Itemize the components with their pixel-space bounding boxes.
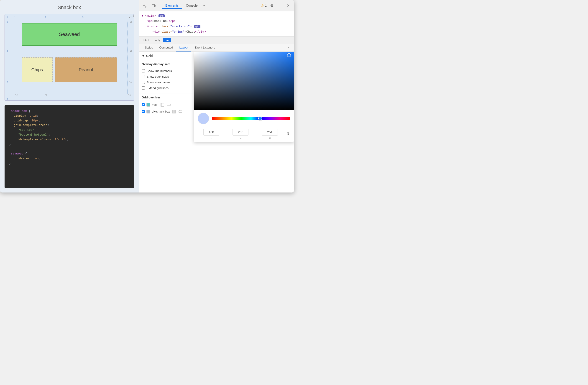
tab-console[interactable]: Console [182, 3, 201, 9]
checkbox-track-sizes-label: Show track sizes [147, 75, 169, 78]
svg-rect-4 [155, 5, 156, 7]
color-values-row: R G B ⇅ [194, 127, 294, 142]
color-input-g[interactable] [232, 129, 249, 136]
grid-overlay-main-label: main [152, 103, 158, 107]
code-line-1: .snack-box { [9, 109, 129, 114]
grid-overlay-snack-swatch[interactable] [147, 110, 150, 113]
color-picker-controls [194, 110, 294, 127]
code-line-7: grid-template-columns: 1fr 2fr; [9, 137, 129, 142]
html-tree: ▼ <main> grid <p>Snack box</p> ▼ <div cl… [139, 11, 294, 37]
checkbox-extend-lines-input[interactable] [142, 86, 145, 89]
color-picker-overlay: R G B ⇅ [194, 52, 294, 142]
color-input-r[interactable] [203, 129, 219, 136]
grid-num-left-2: 2 [7, 50, 8, 52]
checkbox-line-numbers-label: Show line numbers [147, 69, 172, 73]
checkbox-track-sizes-input[interactable] [142, 75, 145, 78]
warning-badge: ⚠ 1 [261, 3, 267, 8]
svg-rect-11 [172, 110, 176, 113]
grid-overlay-main-icon2[interactable] [167, 103, 171, 107]
sub-tab-more[interactable]: » [286, 44, 291, 51]
more-options-icon[interactable]: ⋮ [277, 2, 283, 9]
close-icon[interactable]: ✕ [285, 2, 291, 9]
color-gradient[interactable] [194, 52, 294, 110]
grid-num-left-top: 1 [7, 16, 8, 19]
grid-section-label: Grid [146, 54, 153, 58]
left-panel: Snack box 1 2 3 −1 +1 1 1 2 3 −3 −2 −1 −… [0, 0, 139, 192]
grid-num-right-neg2: −2 [129, 50, 132, 52]
page-title: Snack box [4, 4, 134, 10]
grid-num-3: 3 [82, 16, 84, 19]
sub-tab-styles[interactable]: Styles [142, 44, 156, 51]
devtools-tabs: Elements Console » [162, 3, 258, 9]
devtools-right-icons: ⚠ 1 ⚙ ⋮ ✕ [261, 2, 291, 9]
grid-overlay-main-checkbox[interactable] [142, 103, 145, 106]
color-label-r: R [210, 136, 212, 139]
grid-num-right-neg3: −3 [129, 21, 132, 23]
warning-count: 1 [265, 4, 267, 7]
sub-tabs: Styles Computed Layout Event Listeners » [139, 44, 294, 52]
hue-slider[interactable] [212, 117, 290, 120]
grid-num-bot-3: 3 [7, 98, 8, 100]
grid-overlay-main-icon1[interactable] [160, 103, 165, 107]
grid-num-bot-neg2: −2 [45, 93, 47, 96]
color-input-b[interactable] [262, 129, 278, 136]
grid-num-2: 2 [45, 16, 46, 19]
code-line-9: .seaweed { [9, 151, 129, 156]
code-line-8: } [9, 142, 129, 147]
tab-more[interactable]: » [201, 3, 207, 9]
grid-num-bot-neg3: −3 [15, 93, 18, 96]
grid-overlay-snack-checkbox[interactable] [142, 110, 145, 113]
breadcrumb-body[interactable]: body [152, 38, 162, 42]
grid-overlay-snack-icon2[interactable] [178, 109, 183, 114]
grid-num-1: 1 [14, 16, 16, 19]
code-line-11: } [9, 161, 129, 166]
breadcrumb-nav[interactable]: nav [163, 38, 171, 42]
html-tree-row-1[interactable]: ▼ <main> grid [142, 13, 291, 19]
svg-rect-3 [152, 4, 154, 7]
checkbox-area-names-label: Show area names [147, 81, 170, 84]
grid-num-neg1-tr: +1 [131, 15, 134, 17]
grid-overlay-snack-label: div.snack-box [152, 110, 170, 113]
checkbox-area-names-input[interactable] [142, 81, 145, 84]
checkbox-line-numbers-input[interactable] [142, 69, 145, 72]
grid-overlay-snack-icon1[interactable] [172, 109, 176, 114]
tab-elements[interactable]: Elements [162, 3, 182, 9]
sub-tab-event-listeners[interactable]: Event Listeners [191, 44, 218, 51]
inspector-icon[interactable] [142, 2, 148, 9]
hue-slider-thumb[interactable] [258, 116, 262, 121]
grid-overlay-main-swatch[interactable] [147, 103, 150, 107]
warning-icon: ⚠ [261, 3, 264, 8]
grid-num-left-1: 1 [7, 21, 8, 23]
breadcrumbs: html body nav [139, 37, 294, 44]
svg-rect-5 [161, 103, 164, 107]
breadcrumb-html[interactable]: html [142, 38, 151, 42]
sub-tab-computed[interactable]: Computed [156, 44, 176, 51]
grid-num-bot-neg1: −1 [128, 93, 131, 96]
code-line-2: display: grid; [9, 114, 129, 118]
color-mode-toggle[interactable]: ⇅ [285, 131, 290, 137]
code-panel: .snack-box { display: grid; grid-gap: 10… [4, 105, 134, 188]
seaweed-cell: Seaweed [22, 23, 117, 46]
devtools-topbar: Elements Console » ⚠ 1 ⚙ ⋮ ✕ [139, 0, 294, 11]
devtools-panel: Elements Console » ⚠ 1 ⚙ ⋮ ✕ ▼ <main> gr… [139, 0, 294, 192]
settings-icon[interactable]: ⚙ [269, 2, 275, 9]
color-value-b: B [256, 129, 284, 139]
peanut-cell: Peanut [55, 57, 117, 82]
color-preview-circle [198, 113, 209, 124]
checkbox-extend-lines-label: Extend grid lines [147, 86, 168, 90]
grid-visualization: 1 2 3 −1 +1 1 1 2 3 −3 −2 −1 −3 −2 −1 3 … [4, 14, 134, 101]
grid-num-left-3: 3 [7, 80, 8, 83]
chips-cell: Chips [22, 57, 53, 82]
code-line-3: grid-gap: 10px; [9, 118, 129, 123]
color-picker-handle[interactable] [287, 53, 291, 57]
color-value-g: G [227, 129, 254, 139]
html-tree-row-4[interactable]: <div class="chips">Chips</div> [142, 29, 291, 34]
code-line-4: grid-template-areas: [9, 123, 129, 128]
grid-layout: Seaweed Chips Peanut [22, 23, 117, 92]
html-tree-row-2[interactable]: <p>Snack box</p> [142, 19, 291, 24]
device-toggle-icon[interactable] [151, 2, 157, 9]
sub-tab-layout[interactable]: Layout [176, 44, 191, 51]
grid-num-right-neg1: −1 [129, 80, 132, 83]
html-tree-row-3[interactable]: ▼ <div class="snack-box"> grid [142, 24, 291, 29]
svg-rect-0 [143, 4, 145, 6]
